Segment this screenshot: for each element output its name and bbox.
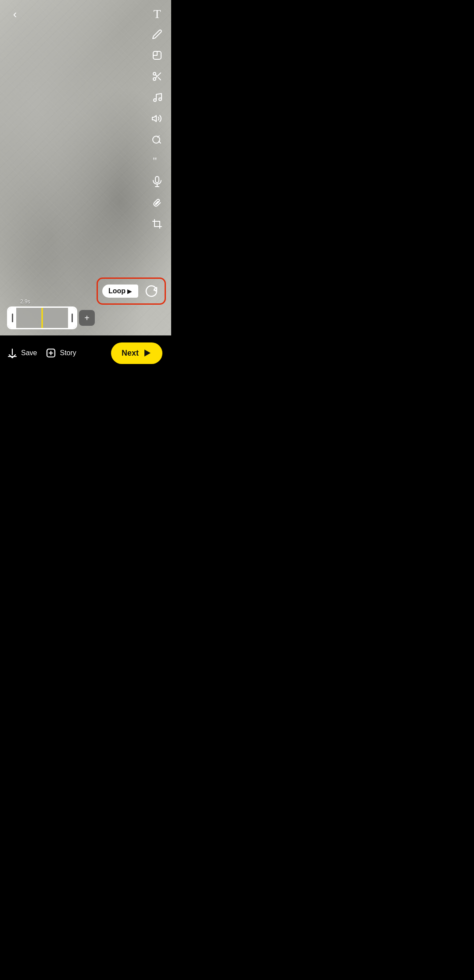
handle-pip-right	[72, 313, 73, 322]
svg-point-8	[159, 98, 162, 101]
quote-tool-button[interactable]: "	[148, 152, 166, 169]
loop-button[interactable]: Loop ▶	[102, 285, 138, 298]
loop-icon-button[interactable]	[143, 282, 160, 300]
bottom-actions-left: Save Story	[7, 348, 76, 358]
next-arrow-icon	[142, 349, 152, 357]
loop-icon	[144, 284, 158, 298]
mic-icon	[152, 176, 162, 187]
svg-marker-9	[152, 115, 156, 122]
text-tool-button[interactable]: T	[148, 4, 166, 22]
trim-handle-left[interactable]	[8, 306, 16, 329]
crop-tool-button[interactable]	[148, 215, 166, 233]
add-clip-button[interactable]: +	[79, 310, 95, 326]
story-button[interactable]: Story	[46, 348, 76, 358]
lens-tool-button[interactable]	[148, 131, 166, 148]
quote-icon: "	[152, 155, 162, 166]
volume-icon	[151, 113, 163, 124]
sticker-tool-button[interactable]	[148, 47, 166, 64]
crop-icon	[152, 219, 162, 229]
story-icon	[46, 348, 56, 358]
media-area: ‹ T	[0, 0, 171, 335]
save-icon	[7, 348, 18, 358]
next-label: Next	[122, 349, 139, 358]
loop-arrow-icon: ▶	[127, 288, 132, 295]
save-label: Save	[21, 349, 37, 357]
draw-tool-button[interactable]	[148, 25, 166, 43]
scissors-icon	[152, 71, 162, 82]
trim-handle-right[interactable]	[68, 306, 76, 329]
trim-track[interactable]	[7, 306, 77, 329]
svg-text:T: T	[153, 7, 161, 20]
loop-highlight-area: Loop ▶	[97, 277, 166, 305]
right-toolbar: T	[148, 4, 166, 233]
trim-playhead	[42, 306, 43, 329]
save-button[interactable]: Save	[7, 348, 37, 358]
trim-duration-label: 2.9s	[20, 299, 30, 305]
svg-marker-18	[144, 349, 151, 357]
svg-line-6	[155, 75, 157, 76]
loop-label: Loop	[108, 287, 126, 295]
add-clip-icon: +	[84, 313, 90, 323]
lens-icon	[151, 134, 163, 145]
music-tool-button[interactable]	[148, 89, 166, 106]
back-button[interactable]: ‹	[7, 6, 23, 22]
trim-content	[16, 308, 68, 328]
scissors-tool-button[interactable]	[148, 68, 166, 85]
svg-rect-12	[155, 177, 159, 183]
trim-container: 2.9s +	[7, 299, 95, 329]
text-icon: T	[151, 7, 163, 20]
trim-strip: +	[7, 306, 95, 329]
top-bar: ‹	[0, 0, 171, 22]
next-button[interactable]: Next	[111, 342, 162, 364]
pencil-icon	[152, 29, 162, 40]
music-icon	[152, 92, 162, 103]
svg-text:": "	[153, 155, 157, 166]
paperclip-icon	[152, 197, 162, 209]
sound-tool-button[interactable]	[148, 110, 166, 127]
link-tool-button[interactable]	[148, 194, 166, 212]
svg-point-10	[153, 136, 160, 143]
back-arrow-icon: ‹	[13, 7, 17, 21]
sticker-icon	[152, 50, 162, 61]
app-container: ‹ T	[0, 0, 171, 371]
handle-pip-left	[12, 313, 13, 322]
bottom-bar: Save Story Next	[0, 335, 171, 371]
mic-tool-button[interactable]	[148, 173, 166, 191]
svg-point-7	[154, 99, 156, 101]
svg-line-5	[158, 77, 161, 80]
story-label: Story	[60, 349, 76, 357]
